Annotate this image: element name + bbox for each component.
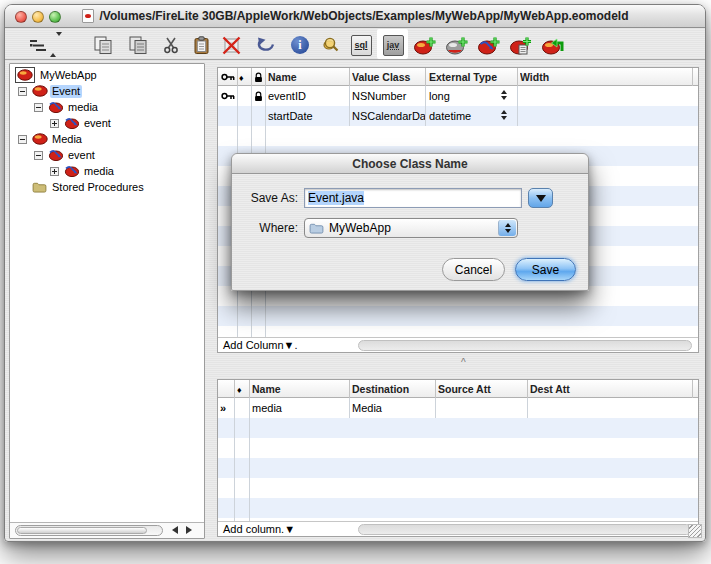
- outline-view-button[interactable]: [25, 32, 65, 58]
- outline-view-icon: [29, 38, 47, 53]
- tree-item-event-relationship[interactable]: event: [10, 116, 204, 132]
- to-many-marker: »: [220, 398, 233, 418]
- scrollbar-thumb[interactable]: [17, 527, 147, 534]
- column-header-destination[interactable]: Destination: [352, 380, 434, 398]
- tree-item-media-relationship[interactable]: media: [10, 100, 204, 116]
- dialog-titlebar[interactable]: Choose Class Name: [232, 154, 588, 174]
- collapse-toggle-icon[interactable]: [18, 87, 27, 96]
- cut-button[interactable]: [158, 32, 184, 58]
- popup-stepper-icon: [498, 220, 516, 236]
- close-window-button[interactable]: [15, 11, 27, 23]
- root-selection-box: [15, 67, 35, 83]
- column-header-dest-att[interactable]: Dest Att: [530, 380, 690, 398]
- tree-item-event-entity[interactable]: Event: [10, 84, 204, 100]
- where-popup-menu[interactable]: MyWebApp: [304, 218, 518, 238]
- splitter-handle[interactable]: ^: [461, 357, 466, 368]
- add-entity-button[interactable]: [412, 32, 438, 58]
- expand-toggle-icon[interactable]: [50, 167, 59, 176]
- tree-label: media: [82, 165, 116, 178]
- primary-key-icon: [221, 92, 235, 100]
- window-titlebar[interactable]: /Volumes/FireLite 30GB/AppleWork/WebObje…: [5, 5, 705, 28]
- add-column-button[interactable]: Add column.▼: [223, 522, 295, 537]
- scroll-left-arrow-icon[interactable]: [172, 526, 178, 534]
- window-resize-grip[interactable]: [688, 524, 702, 538]
- relationship-name-cell[interactable]: media: [252, 398, 347, 418]
- tree-item-event-relationship2[interactable]: event: [10, 148, 204, 164]
- external-type-cell[interactable]: datetime: [429, 106, 497, 126]
- sidebar-horizontal-scrollbar[interactable]: [10, 522, 204, 538]
- column-header-source-att[interactable]: Source Att: [438, 380, 524, 398]
- column-header-value-class[interactable]: Value Class: [352, 68, 424, 86]
- collapse-toggle-icon[interactable]: [18, 135, 27, 144]
- undo-arrow-icon: [256, 37, 276, 54]
- folder-icon: [309, 223, 324, 234]
- tree-label: event: [82, 117, 113, 130]
- minimize-window-button[interactable]: [32, 11, 44, 23]
- tree-label: Stored Procedures: [50, 181, 146, 194]
- window-title: /Volumes/FireLite 30GB/AppleWork/WebObje…: [100, 9, 629, 23]
- add-fetch-spec-button[interactable]: [508, 32, 534, 58]
- delete-button[interactable]: [218, 32, 244, 58]
- add-column-button[interactable]: Add Column▼.: [223, 338, 297, 353]
- save-button[interactable]: Save: [515, 258, 576, 281]
- document-icon: [82, 9, 94, 23]
- save-as-label: Save As:: [234, 188, 298, 208]
- collapse-toggle-icon[interactable]: [34, 151, 43, 160]
- attributes-table-header: ♦ Name Value Class External Type Width: [218, 68, 698, 86]
- duplicate-button[interactable]: [126, 32, 152, 58]
- add-relationship-button[interactable]: [476, 32, 502, 58]
- tree-item-media-relationship2[interactable]: media: [10, 164, 204, 180]
- copy-button[interactable]: [91, 32, 117, 58]
- where-popup-value: MyWebApp: [329, 221, 391, 235]
- scroll-right-arrow-icon[interactable]: [186, 526, 192, 534]
- destination-cell[interactable]: Media: [352, 398, 434, 418]
- value-class-cell[interactable]: NSCalendarDa: [352, 106, 425, 126]
- attribute-name-cell[interactable]: startDate: [268, 106, 348, 126]
- column-header-name[interactable]: Name: [268, 68, 348, 86]
- where-label: Where:: [234, 218, 298, 238]
- info-button[interactable]: i: [287, 32, 313, 58]
- undo-button[interactable]: [253, 32, 279, 58]
- column-header-name[interactable]: Name: [252, 380, 347, 398]
- info-icon: i: [291, 36, 309, 54]
- tree-item-stored-procedures[interactable]: Stored Procedures: [10, 180, 204, 196]
- generate-java-button[interactable]: jav: [380, 32, 406, 58]
- flatten-property-button[interactable]: [540, 32, 566, 58]
- add-attribute-icon: [445, 36, 469, 55]
- external-type-cell[interactable]: long: [429, 86, 497, 106]
- generate-sql-button[interactable]: sql: [348, 32, 374, 58]
- clipboard-icon: [193, 36, 210, 55]
- table-horizontal-scrollbar[interactable]: [358, 340, 692, 351]
- zoom-window-button[interactable]: [49, 11, 61, 23]
- dialog-title: Choose Class Name: [352, 157, 467, 171]
- selected-filename-text: Event.java: [308, 191, 364, 205]
- external-type-stepper-icon[interactable]: [499, 110, 508, 120]
- model-tree-panel: MyWebApp Event media ev: [9, 63, 205, 539]
- column-header-width[interactable]: Width: [520, 68, 690, 86]
- attribute-name-cell[interactable]: eventID: [268, 86, 348, 106]
- collapse-toggle-icon[interactable]: [34, 103, 43, 112]
- scrollbar-track[interactable]: [15, 525, 163, 536]
- primary-key-icon: [221, 73, 235, 81]
- external-type-stepper-icon[interactable]: [499, 90, 508, 100]
- table-horizontal-scrollbar[interactable]: [358, 524, 692, 535]
- tree-item-media-entity[interactable]: Media: [10, 132, 204, 148]
- expand-toggle-icon[interactable]: [50, 119, 59, 128]
- paste-button[interactable]: [188, 32, 214, 58]
- expand-dialog-button[interactable]: [528, 188, 553, 208]
- relationships-table-footer: Add column.▼: [218, 521, 698, 536]
- column-header-external-type[interactable]: External Type: [429, 68, 515, 86]
- tree-item-mywebapp[interactable]: MyWebApp: [10, 68, 204, 84]
- browse-data-button[interactable]: [318, 32, 344, 58]
- magnifier-icon: [322, 36, 340, 54]
- add-attribute-button[interactable]: [444, 32, 470, 58]
- tree-label-selected: Event: [50, 85, 82, 98]
- cancel-button[interactable]: Cancel: [442, 258, 505, 281]
- save-as-input[interactable]: Event.java: [304, 188, 522, 208]
- value-class-cell[interactable]: NSNumber: [352, 86, 424, 106]
- flatten-property-icon: [541, 36, 565, 55]
- class-property-icon: ♦: [239, 69, 244, 87]
- view-mode-stepper-icon[interactable]: [50, 36, 62, 54]
- add-fetch-spec-icon: [509, 36, 533, 55]
- entity-icon: [17, 69, 33, 81]
